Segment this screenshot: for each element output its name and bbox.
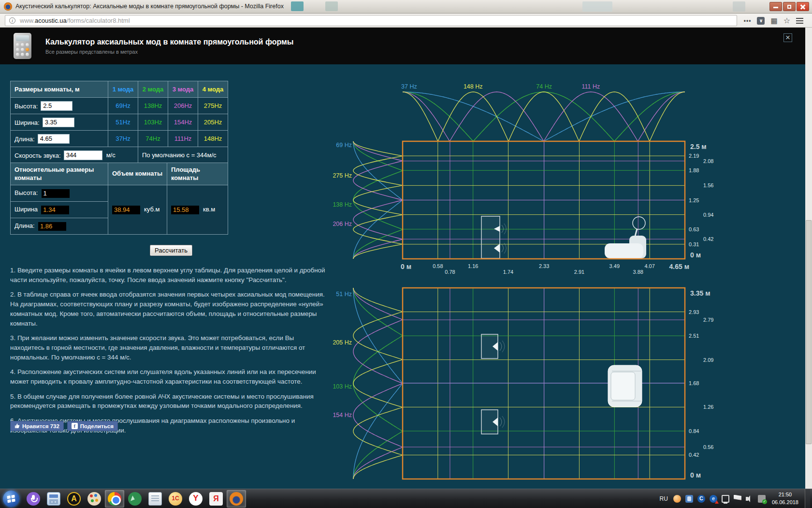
height-label: Высота: [14,102,38,109]
grid-icon[interactable]: ▦ [770,16,777,26]
menu-icon[interactable] [796,18,803,24]
tray-antivirus-icon[interactable] [673,495,681,503]
scale-tick-label: 2.09 [703,357,713,363]
pocket-icon[interactable]: ∨ [757,17,765,25]
share-label: Поделиться [80,423,114,429]
freq-cell: 205Hz [198,114,228,131]
freq-cell: 154Hz [168,114,198,131]
scale-tick-label: 2.93 [689,309,699,315]
page-scrollbar[interactable] [805,28,812,489]
system-tray: RU C e 21:50 06.06.2018 [660,489,812,508]
length-label: Длина: [14,135,35,142]
axis-tick-label: 1.74 [503,269,513,275]
clock-date: 06.06.2018 [772,499,798,507]
relative-header: Относительные размеры комнаты [11,163,108,185]
show-desktop-button[interactable] [805,489,810,508]
axis-tick-label: 4.07 [644,263,654,269]
height-input[interactable] [41,101,72,111]
scale-tick-label: 0.56 [703,444,713,450]
tray-eset-icon[interactable]: e [710,495,717,503]
freq-cell: 275Hz [198,98,228,114]
volume-value: 38.94 [112,206,140,214]
volume-cell: 38.94куб.м [108,185,167,235]
mode-curve [353,288,403,479]
window-titlebar[interactable]: Акустический калькулятор: Аксиальные мод… [0,0,812,14]
scale-tick-label: 0.63 [689,226,699,232]
calculate-button[interactable]: Рассчитать [150,245,192,256]
restore-button[interactable] [783,2,796,11]
close-button[interactable] [797,2,809,11]
scale-tick-label: 1.26 [703,404,713,410]
freq-cell: 51Hz [108,114,138,131]
height-freq-label: 206 Hz [333,221,352,227]
tray-updates-icon[interactable] [758,495,766,503]
scale-tick-label: 2.51 [689,333,699,339]
language-indicator[interactable]: RU [660,495,668,502]
facebook-share-button[interactable]: f Поделиться [67,421,118,431]
tray-volume-icon[interactable] [746,495,754,503]
room-size-table: Размеры комнаты, м 1 мода 2 мода 3 мода … [10,81,228,164]
taskbar-firefox-icon[interactable] [227,490,246,508]
background-window-fragment [291,1,304,11]
scale-max-label: 3.35 м [690,289,710,297]
page-actions-icon[interactable]: ••• [744,16,752,26]
minimize-button[interactable] [769,2,782,11]
taskbar-chrome-icon[interactable] [105,490,124,508]
rel-height-value: 1 [42,189,70,198]
background-window-fragment [733,1,745,12]
scale-tick-label: 0.31 [689,241,699,247]
speed-input[interactable] [64,150,102,160]
scale-tick-label: 2.79 [703,317,713,323]
start-button[interactable] [3,491,19,507]
mode-curve [403,92,685,141]
length-freq-label: 74 Hz [536,83,552,90]
taskbar-aimp-icon[interactable]: A [64,490,84,508]
taskbar-file-manager-icon[interactable] [125,490,145,508]
site-info-icon[interactable]: i [9,17,15,24]
length-freq-label: 148 Hz [464,83,483,90]
taskbar-yandex-browser-icon[interactable]: Y [186,490,205,508]
instruction-5: 5. В общем случае для получения более ро… [10,392,325,411]
facebook-like-button[interactable]: Нравится 732 [10,421,64,431]
background-window-fragment [325,1,338,11]
mode2-header: 2 мода [138,81,168,98]
url-text[interactable]: www.acoustic.ua/forms/calculator8.html [20,17,130,24]
rel-width-label: Ширина [14,206,38,213]
area-value: 15.58 [171,206,199,214]
axis-tick-label: 3.88 [633,269,643,275]
freq-cell: 148Hz [198,131,228,147]
width-freq-label: 51 Hz [336,291,352,298]
instruction-1: 1. Введите размеры комнаты в ячейки в ле… [10,266,325,284]
url-field[interactable]: i www.acoustic.ua/forms/calculator8.html [5,15,737,26]
taskbar-paint-icon[interactable] [85,490,104,508]
axis-tick-label: 0.58 [433,263,443,269]
length-input[interactable] [38,134,70,144]
volume-header: Объем комнаты [108,163,167,185]
taskbar-notepad-icon[interactable] [145,490,165,508]
section-speaker-icon [481,216,507,258]
instruction-2: 2. В таблице справа от ячеек ввода отобр… [10,290,325,328]
plan-listener-chair-icon [608,365,642,407]
tray-ccleaner-icon[interactable]: C [697,495,705,503]
page-close-icon[interactable]: × [783,33,792,42]
speed-note: По умолчанию с = 344м/с [138,147,228,164]
taskbar-microphone-icon[interactable] [24,490,43,508]
scale-tick-label: 1.88 [689,167,699,173]
taskbar-yandex-icon[interactable]: Я [206,490,226,508]
bookmark-star-icon[interactable]: ☆ [783,16,790,26]
width-freq-label: 103 Hz [333,383,352,390]
scale-min-label: 0 м [690,251,701,259]
browser-toolbar: i www.acoustic.ua/forms/calculator8.html… [0,14,812,28]
axis-tick-label: 2.33 [539,263,549,269]
tray-network-icon[interactable] [722,495,729,503]
taskbar-clock[interactable]: 21:50 06.06.2018 [772,491,798,507]
width-input[interactable] [43,118,74,127]
length-freq-label: 111 Hz [581,83,600,90]
scrollbar-thumb[interactable] [806,220,812,444]
speed-unit: м/с [106,151,116,159]
taskbar-1c-icon[interactable]: 1С [166,490,185,508]
clock-time: 21:50 [772,491,798,499]
tray-java-icon[interactable] [685,495,693,503]
taskbar-calculator-icon[interactable] [44,490,63,508]
tray-action-center-icon[interactable] [734,495,741,503]
